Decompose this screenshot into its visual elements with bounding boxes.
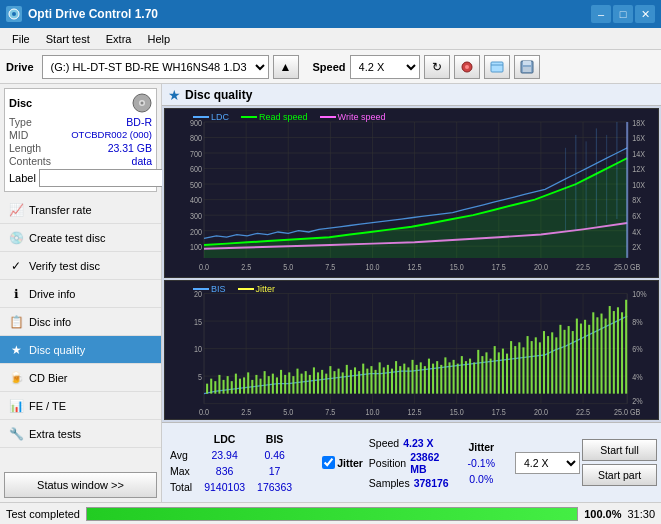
extra-tests-label: Extra tests [29,428,81,440]
svg-text:200: 200 [190,227,202,237]
type-value: BD-R [126,116,152,128]
svg-rect-145 [444,358,446,394]
save-button[interactable] [514,55,540,79]
svg-rect-171 [551,333,553,394]
svg-rect-180 [588,325,590,394]
menu-extra[interactable]: Extra [98,31,140,47]
sidebar-item-drive-info[interactable]: ℹ Drive info [0,280,161,308]
svg-text:12.5: 12.5 [408,262,422,272]
eject-button[interactable]: ▲ [273,55,299,79]
svg-rect-112 [309,375,311,394]
disc-label-input[interactable] [39,169,168,187]
window-controls: – □ ✕ [591,5,655,23]
speed-select[interactable]: 4.2 X 1.0 X 2.0 X 6.0 X 8.0 X [350,55,420,79]
svg-rect-128 [375,370,377,394]
progress-percent: 100.0% [584,508,621,520]
jitter-label[interactable]: Jitter [322,456,363,469]
svg-rect-181 [592,313,594,394]
svg-rect-177 [576,319,578,394]
length-label: Length [9,142,41,154]
svg-rect-186 [613,311,615,394]
svg-rect-131 [387,365,389,394]
refresh-button[interactable]: ↻ [424,55,450,79]
menu-start-test[interactable]: Start test [38,31,98,47]
sidebar-item-cd-bier[interactable]: 🍺 CD Bier [0,364,161,392]
menu-file[interactable]: File [4,31,38,47]
status-window-button[interactable]: Status window >> [4,472,157,498]
svg-rect-108 [292,376,294,394]
speed-label: Speed [313,61,346,73]
svg-text:8%: 8% [632,317,642,327]
charts-area: LDC Read speed Write speed [162,106,661,422]
svg-rect-126 [366,369,368,394]
svg-text:20.0: 20.0 [534,262,548,272]
menubar: File Start test Extra Help [0,28,661,50]
svg-text:100: 100 [190,242,202,252]
svg-rect-101 [264,371,266,394]
svg-rect-135 [403,364,405,394]
avg-bis: 0.46 [255,448,300,462]
svg-rect-107 [288,373,290,394]
stats-speed-select[interactable]: 4.2 X 1.0 X 2.0 X 6.0 X [515,452,580,474]
svg-text:14X: 14X [632,149,645,159]
bottom-chart: BIS Jitter [164,280,659,420]
sidebar-item-extra-tests[interactable]: 🔧 Extra tests [0,420,161,448]
create-test-label: Create test disc [29,232,105,244]
svg-rect-146 [448,363,450,394]
menu-help[interactable]: Help [139,31,178,47]
drive-label: Drive [6,61,34,73]
svg-rect-92 [227,376,229,394]
sidebar-item-disc-quality[interactable]: ★ Disc quality [0,336,161,364]
minimize-button[interactable]: – [591,5,611,23]
position-stat-label: Position [369,457,406,469]
svg-text:12.5: 12.5 [408,408,422,418]
svg-text:4%: 4% [632,373,642,383]
settings-button2[interactable] [484,55,510,79]
close-button[interactable]: ✕ [635,5,655,23]
svg-text:500: 500 [190,180,202,190]
start-part-button[interactable]: Start part [582,464,657,486]
svg-rect-99 [255,375,257,394]
speed-stat-label: Speed [369,437,399,449]
disc-info-label: Disc info [29,316,71,328]
sidebar-item-disc-info[interactable]: 📋 Disc info [0,308,161,336]
svg-rect-153 [477,350,479,394]
type-label: Type [9,116,32,128]
maximize-button[interactable]: □ [613,5,633,23]
extra-tests-icon: 🔧 [8,426,24,442]
jitter-checkbox[interactable] [322,456,335,469]
svg-rect-122 [350,370,352,394]
svg-rect-120 [342,373,344,394]
svg-rect-103 [272,374,274,394]
total-ldc: 9140103 [202,480,253,494]
sidebar-item-transfer-rate[interactable]: 📈 Transfer rate [0,196,161,224]
top-chart: LDC Read speed Write speed [164,108,659,278]
svg-rect-188 [621,313,623,394]
sidebar-item-verify-test[interactable]: ✓ Verify test disc [0,252,161,280]
svg-rect-148 [457,364,459,394]
content-title: Disc quality [185,88,252,102]
svg-rect-159 [502,349,504,394]
svg-rect-102 [268,376,270,394]
svg-rect-149 [461,356,463,394]
sidebar-item-create-test[interactable]: 💿 Create test disc [0,224,161,252]
svg-rect-105 [280,370,282,394]
svg-rect-152 [473,363,475,394]
sidebar-item-fe-te[interactable]: 📊 FE / TE [0,392,161,420]
status-text: Test completed [6,508,80,520]
speed-select-area: 4.2 X 1.0 X 2.0 X 6.0 X [515,452,580,474]
svg-rect-106 [284,375,286,394]
svg-rect-119 [338,369,340,394]
svg-rect-184 [605,319,607,394]
settings-button1[interactable] [454,55,480,79]
svg-rect-166 [531,341,533,394]
bis-legend: BIS [193,284,226,294]
svg-rect-189 [625,300,627,394]
drive-select[interactable]: (G:) HL-DT-ST BD-RE WH16NS48 1.D3 [42,55,269,79]
svg-rect-160 [506,354,508,394]
start-full-button[interactable]: Start full [582,439,657,461]
jitter-checkbox-area: Jitter [322,456,363,469]
create-test-icon: 💿 [8,230,24,246]
svg-rect-156 [490,359,492,394]
disc-info-icon: 📋 [8,314,24,330]
